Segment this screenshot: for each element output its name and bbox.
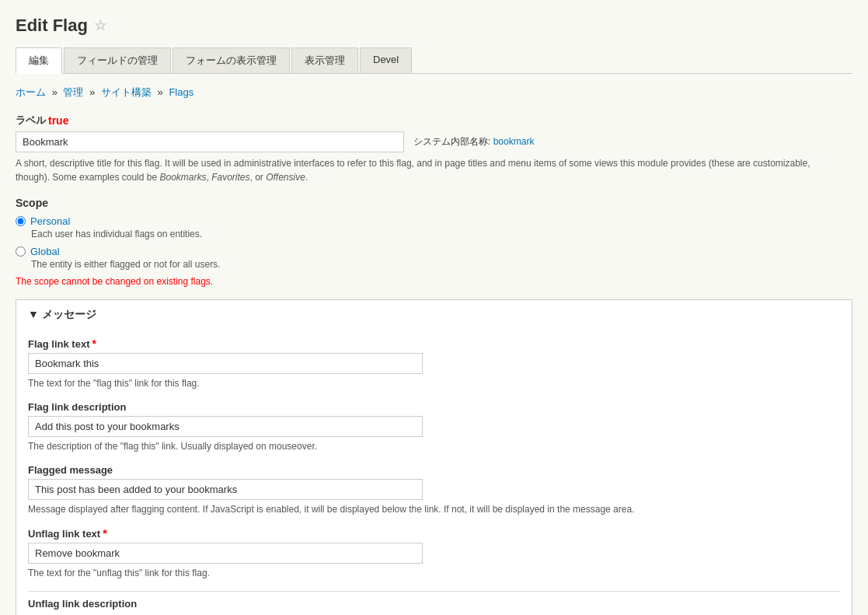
tab-form-display[interactable]: フォームの表示管理	[173, 47, 290, 73]
unflag-link-text-label: Unflag link text *	[28, 527, 840, 540]
flag-link-text-help: The text for the "flag this" link for th…	[28, 376, 766, 390]
messages-fieldset: ▼ メッセージ Flag link text * The text for th…	[16, 299, 852, 615]
flag-link-desc-field: Flag link description The description of…	[28, 401, 840, 453]
scope-global-desc: The entity is either flagged or not for …	[31, 259, 852, 270]
tab-display[interactable]: 表示管理	[291, 47, 358, 73]
label-input-row: システム内部名称: bookmark	[16, 131, 852, 152]
scope-personal-text: Personal	[30, 215, 70, 227]
flag-link-desc-help: The description of the "flag this" link.…	[28, 439, 766, 453]
scope-warning: The scope cannot be changed on existing …	[16, 276, 852, 287]
flag-link-text-field: Flag link text * The text for the "flag …	[28, 337, 840, 390]
scope-global-label[interactable]: Global	[16, 246, 852, 257]
flagged-message-label: Flagged message	[28, 464, 840, 476]
unflag-link-text-input[interactable]	[28, 543, 423, 564]
scope-personal-group: Personal Each user has individual flags …	[16, 215, 852, 239]
unflag-link-desc-label: Unflag link description	[28, 598, 840, 610]
scope-personal-radio[interactable]	[16, 216, 26, 226]
messages-content: Flag link text * The text for the "flag …	[16, 330, 852, 610]
scope-personal-desc: Each user has individual flags on entiti…	[31, 229, 852, 239]
messages-legend-toggle[interactable]: ▼ メッセージ	[16, 300, 852, 330]
flag-link-desc-input[interactable]	[28, 416, 423, 437]
tab-devel[interactable]: Devel	[360, 47, 412, 73]
label-field-label: ラベル true	[16, 114, 852, 128]
breadcrumb-home[interactable]: ホーム	[16, 86, 46, 98]
flag-link-text-label: Flag link text *	[28, 337, 840, 350]
breadcrumb: ホーム » 管理 » サイト構築 » Flags	[16, 86, 852, 100]
flagged-message-input[interactable]	[28, 479, 423, 500]
label-required: true	[48, 114, 68, 127]
label-input[interactable]	[16, 131, 404, 152]
tabs-bar: 編集 フィールドの管理 フォームの表示管理 表示管理 Devel	[16, 47, 852, 74]
flag-link-desc-label: Flag link description	[28, 401, 840, 413]
messages-legend-text: ▼ メッセージ	[28, 308, 96, 322]
breadcrumb-flags[interactable]: Flags	[169, 86, 193, 98]
favorite-star-icon[interactable]: ☆	[94, 17, 106, 34]
flag-link-text-required: *	[92, 337, 96, 350]
tab-edit[interactable]: 編集	[16, 47, 62, 74]
unflag-link-text-field: Unflag link text * The text for the "unf…	[28, 527, 840, 580]
unflag-link-desc-field: Unflag link description	[28, 598, 840, 610]
breadcrumb-site-build[interactable]: サイト構築	[101, 86, 152, 98]
page-title: Edit Flag ☆	[16, 16, 852, 36]
scope-section: Scope Personal Each user has individual …	[16, 197, 852, 287]
scope-global-group: Global The entity is either flagged or n…	[16, 246, 852, 270]
breadcrumb-admin[interactable]: 管理	[63, 86, 83, 98]
tab-field-management[interactable]: フィールドの管理	[64, 47, 171, 73]
flag-link-text-input[interactable]	[28, 353, 423, 374]
unflag-link-text-help: The text for the "unflag this" link for …	[28, 566, 766, 580]
page-wrapper: Edit Flag ☆ 編集 フィールドの管理 フォームの表示管理 表示管理 D…	[0, 0, 868, 615]
scope-global-text: Global	[30, 246, 60, 257]
bottom-divider	[28, 591, 840, 592]
label-section: ラベル true システム内部名称: bookmark A short, des…	[16, 114, 852, 184]
scope-personal-label[interactable]: Personal	[16, 215, 852, 227]
label-help-text: A short, descriptive title for this flag…	[16, 156, 839, 184]
unflag-link-text-required: *	[103, 527, 106, 540]
system-name-link[interactable]: bookmark	[493, 136, 535, 147]
scope-global-radio[interactable]	[16, 246, 26, 257]
flagged-message-field: Flagged message Message displayed after …	[28, 464, 840, 516]
page-title-text: Edit Flag	[16, 16, 88, 36]
scope-title: Scope	[16, 197, 852, 209]
system-name-display: システム内部名称: bookmark	[413, 135, 534, 149]
flagged-message-help: Message displayed after flagging content…	[28, 502, 766, 516]
